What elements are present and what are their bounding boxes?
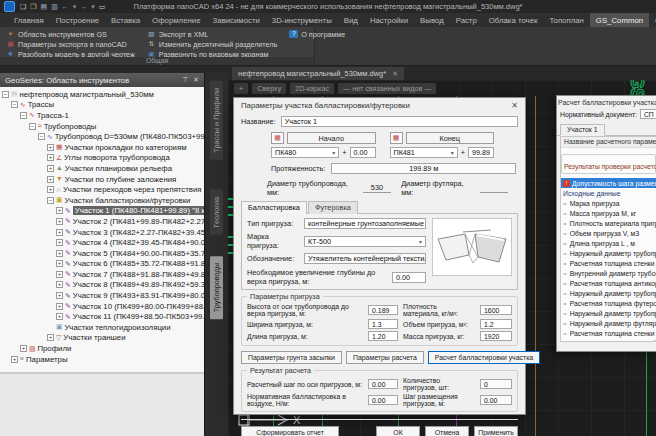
document-tab[interactable]: нефтепровод магистральный_530мм.dwg* ✕ [232, 67, 404, 80]
tree-item[interactable]: + ▼ Участки по глубине заложения [0, 174, 204, 185]
start-offset-input[interactable]: 0.00 [350, 147, 376, 158]
tree-item[interactable]: + ✎ Участок 1 (ПК480-ПК481+99.89) "II ка… [0, 206, 204, 217]
tree-expand-toggle[interactable]: + [56, 292, 63, 299]
tree-expand-toggle[interactable]: + [56, 271, 63, 278]
tree-expand-toggle[interactable]: + [56, 313, 63, 320]
calc-param-row[interactable]: ! = Длина пригруза L , м [561, 238, 656, 248]
calc-param-row[interactable]: ! = Допустимость шага размещения пр [561, 178, 656, 188]
normative-doc-value[interactable]: СП 36. 13330 [640, 109, 656, 119]
tree-expand-toggle[interactable]: + [47, 334, 54, 341]
tree-item[interactable]: + ✎ Участок 9 (ПК493+83.91-ПК499+80.00) [0, 290, 204, 301]
tree-item[interactable]: − ∿ Трубопровод D=530мм (ПК480-ПК503+99.… [0, 131, 204, 142]
tree-item[interactable]: + ▲ Участки планировки рельефа [0, 163, 204, 174]
panel-side-tab[interactable]: Геология [210, 190, 223, 235]
pin-icon[interactable]: ⊤ [182, 76, 188, 84]
calc-param-row[interactable]: ! = Наружный диаметр трубопровода [561, 308, 656, 318]
panel-side-tab[interactable]: Трубопроводы [210, 256, 223, 319]
tree-item[interactable]: + ✎ Участок 2 (ПК481+99.89-ПК482+2.27) "… [0, 216, 204, 227]
tree-expand-toggle[interactable]: + [56, 303, 63, 310]
close-icon[interactable]: ✕ [511, 101, 518, 110]
apply-button[interactable]: Применить [474, 426, 518, 436]
end-pk-select[interactable]: ПК481 ▾ [390, 147, 458, 158]
param-input[interactable]: 0.189 [368, 305, 398, 315]
tree-item[interactable]: + ✎ Участок 6 (ПК485+35.72-ПК488+91.88) … [0, 259, 204, 270]
ribbon-tab[interactable]: Настройки [364, 13, 414, 27]
ballast-tab[interactable]: Футеровка [308, 201, 358, 214]
tree-item[interactable]: + ✎ Участок 4 (ПК482+39.45-ПК484+90.00) … [0, 237, 204, 248]
calc-param-row[interactable]: ! = Наружный диаметр трубопровода [561, 248, 656, 258]
quick-access-button[interactable]: ▾ [91, 2, 95, 11]
ribbon-tab[interactable]: Растр [450, 13, 483, 27]
tree-item[interactable]: + ✎ Участок 10 (ПК499+80.00-ПК499+88.50)… [0, 301, 204, 312]
quick-access-button[interactable]: ❏ [20, 2, 26, 11]
quick-access-button[interactable]: ▥ [51, 2, 58, 11]
tree-expand-toggle[interactable]: + [47, 165, 54, 172]
close-icon[interactable]: ✕ [392, 70, 398, 78]
cancel-button[interactable]: Отмена [425, 426, 469, 436]
calc-param-row[interactable]: ! = Плотность материала пригруза γ , [561, 218, 656, 228]
ballast-tab[interactable]: Балластировка [241, 201, 307, 214]
tree-expand-toggle[interactable]: − [38, 133, 45, 140]
tree-item[interactable]: + ✎ Участок 5 (ПК484+90.00-ПК485+35.72) … [0, 248, 204, 259]
tree-item[interactable]: + ▽ Участки траншеи [0, 333, 204, 344]
calc-param-row[interactable]: ! = Исходные данные [561, 188, 656, 198]
calc-param-row[interactable]: ! = Расчетная толщина антикоррозио [561, 278, 656, 288]
tree-item[interactable]: + ≡ Параметры [0, 354, 204, 365]
nanocad-app-icon[interactable] [4, 1, 15, 12]
tree-item[interactable]: − ▣ Участки балластировки/футеровки [0, 195, 204, 206]
tree-item[interactable]: + ✎ Участок 11 (ПК499+88.50-ПК503+99.86) [0, 311, 204, 322]
ribbon-tab[interactable]: Оформление [146, 13, 206, 27]
param-input[interactable]: 1600 [480, 305, 512, 315]
tree-expand-toggle[interactable]: + [47, 186, 54, 193]
calc-param-row[interactable]: ! = Марка пригруза [561, 198, 656, 208]
tree-item[interactable]: − ∿ Трассы [0, 100, 204, 111]
ribbon-tab[interactable]: Облака точек [483, 13, 544, 27]
tree-item[interactable]: − ≈ Трубопроводы [0, 121, 204, 132]
ribbon-button[interactable]: ▦ Параметры экспорта в nanoCAD [6, 39, 135, 49]
tree-item[interactable]: ▣ Участки теплогидроизоляции [0, 322, 204, 333]
tree-expand-toggle[interactable]: + [47, 144, 54, 151]
calc-param-row[interactable]: ! = Наружный диаметр футляра трубо [561, 318, 656, 328]
param-input[interactable]: 1.3 [368, 319, 398, 329]
calc-param-row[interactable]: ! = Объем пригруза V, м3 [561, 228, 656, 238]
calc-param-row[interactable]: ! = Расчетная толщина футеровочной [561, 298, 656, 308]
tree-item[interactable]: + ▦ Участки прокладки по категориям [0, 142, 204, 153]
viewport-control[interactable]: 2D-каркас [290, 83, 334, 94]
quick-access-button[interactable]: ▾ [73, 2, 77, 11]
weight-mark-select[interactable]: КТ-500 ▾ [304, 236, 426, 247]
calc-param-row[interactable]: ! = Наружный диаметр трубопровода [561, 288, 656, 298]
ribbon-button[interactable]: ▧ Экспорт в XML [147, 29, 277, 39]
tree-expand-toggle[interactable]: − [11, 101, 18, 108]
tree-expand-toggle[interactable]: + [47, 154, 54, 161]
panel-side-tab[interactable]: Трассы и Профили [210, 81, 223, 160]
tree-expand-toggle[interactable]: + [56, 229, 63, 236]
tree-expand-toggle[interactable]: + [56, 250, 63, 257]
tree-expand-toggle[interactable]: + [56, 218, 63, 225]
calc-param-row[interactable]: ! = Внутренний диаметр трубопровод [561, 268, 656, 278]
ok-button[interactable]: ОК [376, 426, 420, 436]
tree-item[interactable]: + ∠ Углы поворота трубопровода [0, 153, 204, 164]
ribbon-tab[interactable]: 3D-инструменты [266, 13, 338, 27]
tree-expand-toggle[interactable]: + [11, 356, 18, 363]
tree-expand-toggle[interactable]: − [2, 91, 9, 98]
quick-access-button[interactable]: ▭ [99, 2, 106, 11]
viewport-control[interactable]: — нет связанных видов — [338, 83, 436, 94]
dialog-action-button[interactable]: Параметры грунта засыпки [241, 351, 342, 364]
dialog-action-button[interactable]: Параметры расчета [346, 351, 424, 364]
viewport-control[interactable]: Сверху [252, 83, 286, 94]
quick-access-button[interactable]: ▤ [41, 2, 48, 11]
tree-item[interactable]: + ✎ Участок 3 (ПК482+2.27-ПК482+39.45) "… [0, 227, 204, 238]
tree-expand-toggle[interactable]: + [56, 260, 63, 267]
generate-report-button[interactable]: Сформировать отчет [241, 426, 339, 436]
ribbon-button[interactable]: ✶ Область инструментов GS [6, 29, 135, 39]
calc-panel-tab[interactable]: Участок 1 [560, 124, 605, 136]
ribbon-tab[interactable]: Зависимости [207, 13, 266, 27]
ribbon-button[interactable]: ⇅ Изменить десятичный разделитель [147, 39, 277, 49]
calc-param-row[interactable]: ! = Коэффициент запаса устойчивост [561, 338, 656, 342]
tree-item[interactable]: + ▧ Профили [0, 343, 204, 354]
ribbon-button[interactable]: ? О программе [289, 29, 345, 39]
end-offset-input[interactable]: 99.89 [468, 147, 494, 158]
tree-item[interactable]: + ∩ Участки переходов через препятствия [0, 184, 204, 195]
param-input[interactable]: 1.2 [480, 319, 512, 329]
viewport-control[interactable]: + [234, 83, 248, 94]
